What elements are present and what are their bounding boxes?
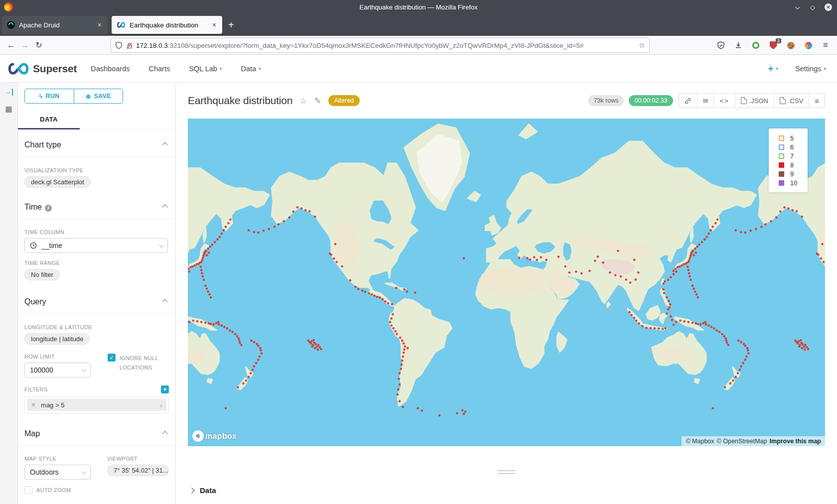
legend-swatch: [779, 180, 784, 186]
legend-item: 8: [779, 160, 808, 169]
more-options-button[interactable]: ≡: [809, 94, 825, 108]
add-filter-button[interactable]: +: [161, 385, 169, 393]
attribution-osm[interactable]: © OpenStreetMap: [717, 438, 767, 445]
browser-titlebar: Earthquake distribution — Mozilla Firefo…: [0, 0, 837, 14]
attribution-improve-link[interactable]: Improve this map: [770, 438, 822, 445]
time-column-label: TIME COLUMN: [24, 229, 169, 235]
favorite-star-icon[interactable]: ☆: [299, 96, 307, 106]
section-map[interactable]: Map: [24, 429, 169, 438]
chevron-down-icon: [82, 469, 87, 474]
legend-item: 10: [779, 178, 808, 187]
window-title: Earthquake distribution — Mozilla Firefo…: [0, 3, 837, 11]
world-map[interactable]: 5 6 7 8 9 10 mapbox © Mapbox © OpenStree…: [188, 119, 825, 446]
reload-button[interactable]: ↻: [32, 40, 46, 50]
nav-data[interactable]: Data▾: [241, 65, 261, 73]
edit-properties-icon[interactable]: ✎: [314, 96, 321, 106]
browser-toolbar: ← → ↻ 172.18.0.3:32108/superset/explore/…: [0, 36, 837, 55]
tab-earthquake-distribution[interactable]: Earthquake distribution ×: [112, 16, 222, 34]
altered-badge[interactable]: Altered: [328, 95, 360, 106]
account-shield-icon[interactable]: [716, 41, 725, 50]
extension-green-icon[interactable]: [751, 41, 760, 50]
mapbox-compass-icon: [192, 430, 204, 442]
hamburger-icon: ≡: [815, 97, 819, 105]
embed-code-button[interactable]: <>: [713, 94, 734, 108]
auto-zoom-label: AUTO ZOOM: [36, 487, 71, 493]
chevron-up-icon: [162, 142, 167, 147]
menu-hamburger-icon[interactable]: ≡: [821, 41, 830, 50]
time-column-select[interactable]: __time: [24, 238, 168, 253]
shield-icon[interactable]: [115, 41, 123, 49]
close-window-icon[interactable]: ×: [825, 3, 832, 11]
nav-sql-lab[interactable]: SQL Lab▾: [189, 65, 222, 73]
email-button[interactable]: ✉: [697, 94, 714, 108]
legend-item: 7: [779, 151, 808, 160]
settings-menu[interactable]: Settings▾: [795, 65, 826, 73]
remove-filter-icon[interactable]: ✕: [31, 401, 36, 408]
section-chart-type[interactable]: Chart type: [24, 140, 169, 149]
back-button[interactable]: ←: [4, 41, 18, 50]
maximize-icon[interactable]: ◇: [809, 3, 817, 11]
tab-apache-druid[interactable]: Apache Druid ×: [2, 16, 108, 34]
chevron-up-icon: [162, 204, 167, 210]
chevron-up-icon: [162, 431, 167, 436]
druid-favicon-icon: [7, 21, 15, 29]
legend-swatch: [779, 153, 784, 159]
expand-datasource-icon[interactable]: →: [5, 89, 13, 96]
export-json-button[interactable]: .JSON: [735, 94, 774, 108]
dataset-grid-icon[interactable]: ▦: [5, 105, 12, 114]
file-icon: [741, 97, 747, 104]
forward-button[interactable]: →: [18, 41, 32, 50]
superset-logo[interactable]: Superset: [7, 61, 77, 76]
attribution-mapbox[interactable]: © Mapbox: [686, 438, 714, 445]
left-icon-rail: → ▦: [0, 83, 18, 504]
url-text: 172.18.0.3:32108/superset/explore/?form_…: [136, 42, 636, 49]
data-section-toggle[interactable]: Data: [190, 486, 837, 495]
pinwheel-extension-icon[interactable]: [804, 41, 813, 50]
tab-data[interactable]: DATA: [18, 111, 80, 129]
insecure-lock-icon[interactable]: [126, 42, 133, 49]
tab-close-icon[interactable]: ×: [211, 21, 217, 29]
ignore-null-checkbox[interactable]: ✓: [108, 354, 116, 362]
ignore-null-label: IGNORE NULL LOCATIONS: [120, 354, 158, 372]
firefox-logo-icon: [4, 2, 13, 11]
save-button[interactable]: ⊕ SAVE: [74, 89, 123, 103]
panel-tabs: DATA: [18, 111, 175, 129]
chart-header: Earthquake distribution ☆ ✎ Altered 73k …: [176, 83, 837, 119]
cookie-extension-icon[interactable]: [786, 41, 795, 50]
copy-link-button[interactable]: [679, 94, 697, 108]
nav-charts[interactable]: Charts: [148, 65, 170, 73]
map-style-label: MAP STYLE: [24, 456, 107, 462]
minimize-icon[interactable]: [793, 3, 801, 11]
bookmark-star-icon[interactable]: ☆: [639, 41, 645, 50]
legend-item: 6: [779, 142, 808, 151]
lonlat-label: LONGITUDE & LATITUDE: [24, 324, 169, 330]
ublock-icon[interactable]: 2: [769, 41, 778, 50]
envelope-icon: ✉: [703, 97, 708, 105]
superset-infinity-icon: [7, 61, 30, 76]
lonlat-value[interactable]: longitude | latitude: [24, 333, 90, 345]
auto-zoom-checkbox[interactable]: [24, 486, 32, 494]
section-query[interactable]: Query: [24, 297, 169, 306]
plus-circle-icon: ⊕: [86, 93, 91, 100]
browser-tab-bar: Apache Druid × Earthquake distribution ×…: [0, 14, 837, 36]
tab-close-icon[interactable]: ×: [97, 21, 103, 29]
run-button[interactable]: ϟ RUN: [25, 89, 74, 103]
panel-drag-handle[interactable]: [498, 470, 516, 474]
mapbox-logo[interactable]: mapbox: [192, 430, 237, 442]
viewport-value[interactable]: 7° 35' 54.02" | 31...: [107, 465, 169, 476]
row-count-badge: 73k rows: [588, 95, 624, 106]
export-csv-button[interactable]: .CSV: [774, 94, 809, 108]
url-bar[interactable]: 172.18.0.3:32108/superset/explore/?form_…: [111, 38, 650, 53]
time-range-value[interactable]: No filter: [24, 269, 60, 280]
section-time[interactable]: Timei: [24, 203, 169, 212]
viz-type-value[interactable]: deck.gl Scatterplot: [24, 176, 91, 188]
nav-dashboards[interactable]: Dashboards: [91, 65, 130, 73]
map-style-select[interactable]: Outdoors: [24, 465, 91, 480]
downloads-icon[interactable]: [734, 41, 743, 50]
add-new-button[interactable]: +▾: [768, 63, 778, 74]
expand-filter-icon[interactable]: ›: [160, 401, 162, 409]
new-tab-button[interactable]: +: [228, 19, 234, 31]
row-limit-select[interactable]: 100000: [24, 363, 91, 378]
filter-chip[interactable]: ✕ mag > 5 ›: [27, 399, 166, 411]
file-icon: [780, 97, 786, 104]
